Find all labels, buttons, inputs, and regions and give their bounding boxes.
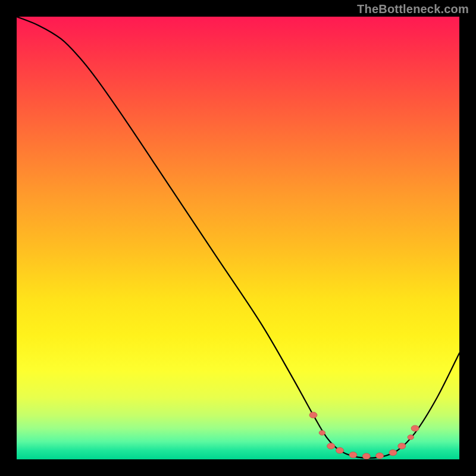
data-marker <box>362 453 370 459</box>
data-marker <box>349 452 357 458</box>
data-marker <box>411 425 419 431</box>
data-marker <box>309 412 317 418</box>
data-marker <box>408 435 414 440</box>
data-marker <box>327 443 335 449</box>
data-marker <box>389 450 397 456</box>
bottleneck-curve <box>17 17 459 458</box>
curve-layer <box>17 17 459 459</box>
plot-area <box>17 17 459 459</box>
data-marker <box>319 430 325 435</box>
attribution-text: TheBottleneck.com <box>357 2 469 16</box>
data-marker <box>398 443 406 449</box>
chart-frame: TheBottleneck.com <box>0 0 476 476</box>
data-marker <box>376 453 384 459</box>
data-marker <box>336 447 344 453</box>
